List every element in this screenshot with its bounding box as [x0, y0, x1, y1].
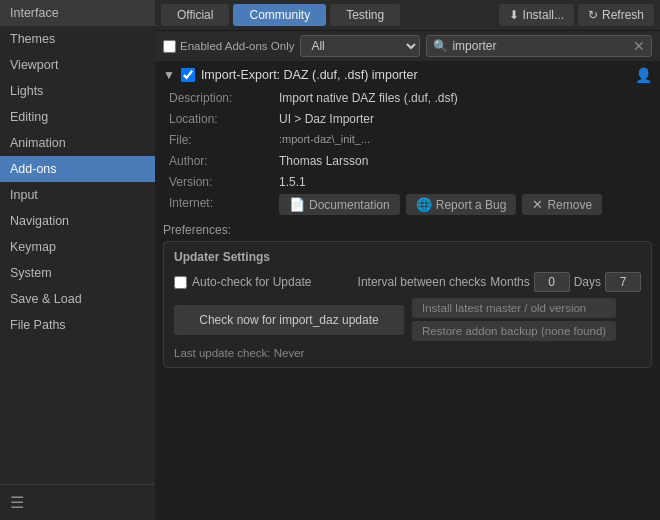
preferences-label: Preferences: [163, 223, 652, 237]
file-label: File: [169, 131, 279, 149]
version-label: Version: [169, 173, 279, 191]
location-label: Location: [169, 110, 279, 128]
file-value: :mport-daz\_init_... [279, 131, 652, 149]
sidebar: Interface Themes Viewport Lights Editing… [0, 0, 155, 520]
remove-icon: ✕ [532, 197, 543, 212]
auto-check-label[interactable]: Auto-check for Update [174, 275, 311, 289]
sidebar-item-navigation[interactable]: Navigation [0, 208, 155, 234]
content-area: ▼ Import-Export: DAZ (.duf, .dsf) import… [155, 61, 660, 520]
check-now-button[interactable]: Check now for import_daz update [174, 305, 404, 335]
description-value: Import native DAZ files (.duf, .dsf) [279, 89, 652, 107]
auto-check-text: Auto-check for Update [192, 275, 311, 289]
sidebar-item-themes[interactable]: Themes [0, 26, 155, 52]
search-box: 🔍 ✕ [426, 35, 652, 57]
internet-row: 📄 Documentation 🌐 Report a Bug ✕ Remove [279, 194, 652, 215]
user-icon: 👤 [635, 67, 652, 83]
doc-label: Documentation [309, 198, 390, 212]
filter-bar: Enabled Add-ons Only All 🔍 ✕ [155, 30, 660, 61]
sidebar-item-viewport[interactable]: Viewport [0, 52, 155, 78]
enabled-only-label: Enabled Add-ons Only [180, 40, 294, 52]
sidebar-item-input[interactable]: Input [0, 182, 155, 208]
sidebar-item-interface[interactable]: Interface [0, 0, 155, 26]
search-clear-button[interactable]: ✕ [633, 39, 645, 53]
enabled-only-checkbox[interactable] [163, 40, 176, 53]
author-label: Author: [169, 152, 279, 170]
search-input[interactable] [452, 39, 629, 53]
hamburger-icon: ☰ [10, 494, 24, 511]
sidebar-item-keymap[interactable]: Keymap [0, 234, 155, 260]
install-master-button[interactable]: Install latest master / old version [412, 298, 616, 318]
internet-label: Internet: [169, 194, 279, 215]
auto-check-checkbox[interactable] [174, 276, 187, 289]
version-value: 1.5.1 [279, 173, 652, 191]
install-label: Install... [523, 8, 564, 22]
refresh-button[interactable]: ↻ Refresh [578, 4, 654, 26]
install-group: Install latest master / old version Rest… [412, 298, 616, 341]
enabled-only-checkbox-label[interactable]: Enabled Add-ons Only [163, 40, 294, 53]
sidebar-item-editing[interactable]: Editing [0, 104, 155, 130]
remove-label: Remove [547, 198, 592, 212]
months-input[interactable] [534, 272, 570, 292]
sidebar-item-save-load[interactable]: Save & Load [0, 286, 155, 312]
tab-official[interactable]: Official [161, 4, 229, 26]
author-value: Thomas Larsson [279, 152, 652, 170]
refresh-icon: ↻ [588, 8, 598, 22]
interval-group: Interval between checks Months Days [358, 272, 641, 292]
addon-title: Import-Export: DAZ (.duf, .dsf) importer [201, 68, 418, 82]
documentation-button[interactable]: 📄 Documentation [279, 194, 400, 215]
main-panel: Official Community Testing ⬇ Install... … [155, 0, 660, 520]
updater-row2: Check now for import_daz update Install … [174, 298, 641, 341]
sidebar-bottom: ☰ [0, 484, 155, 520]
sidebar-item-system[interactable]: System [0, 260, 155, 286]
search-icon: 🔍 [433, 39, 448, 53]
install-button[interactable]: ⬇ Install... [499, 4, 574, 26]
bug-label: Report a Bug [436, 198, 507, 212]
addon-info-table: Description: Import native DAZ files (.d… [163, 89, 652, 215]
doc-icon: 📄 [289, 197, 305, 212]
tab-community[interactable]: Community [233, 4, 326, 26]
months-label: Months [490, 275, 529, 289]
description-label: Description: [169, 89, 279, 107]
sidebar-item-animation[interactable]: Animation [0, 130, 155, 156]
restore-backup-button[interactable]: Restore addon backup (none found) [412, 321, 616, 341]
remove-button[interactable]: ✕ Remove [522, 194, 602, 215]
updater-box: Updater Settings Auto-check for Update I… [163, 241, 652, 368]
addon-enabled-checkbox[interactable] [181, 68, 195, 82]
report-bug-button[interactable]: 🌐 Report a Bug [406, 194, 517, 215]
sidebar-item-file-paths[interactable]: File Paths [0, 312, 155, 338]
location-value: UI > Daz Importer [279, 110, 652, 128]
days-input[interactable] [605, 272, 641, 292]
interval-label: Interval between checks [358, 275, 487, 289]
collapse-toggle[interactable]: ▼ [163, 68, 175, 82]
addon-header: ▼ Import-Export: DAZ (.duf, .dsf) import… [163, 67, 652, 83]
days-label: Days [574, 275, 601, 289]
updater-row1: Auto-check for Update Interval between c… [174, 272, 641, 292]
tab-bar: Official Community Testing ⬇ Install... … [155, 0, 660, 30]
tab-testing[interactable]: Testing [330, 4, 400, 26]
sidebar-item-addons[interactable]: Add-ons [0, 156, 155, 182]
last-check-text: Last update check: Never [174, 347, 641, 359]
updater-title: Updater Settings [174, 250, 641, 264]
bug-icon: 🌐 [416, 197, 432, 212]
category-select[interactable]: All [300, 35, 420, 57]
download-icon: ⬇ [509, 8, 519, 22]
refresh-label: Refresh [602, 8, 644, 22]
sidebar-item-lights[interactable]: Lights [0, 78, 155, 104]
